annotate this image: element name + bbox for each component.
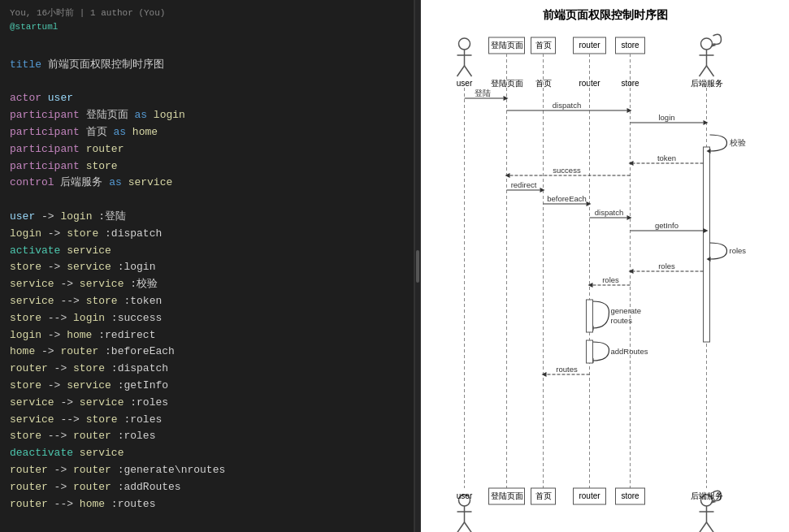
svg-line-4 (465, 66, 472, 76)
svg-marker-67 (588, 283, 593, 288)
svg-text:后端服务: 后端服务 (691, 491, 723, 500)
svg-line-83 (465, 522, 472, 532)
sequence-diagram: user 登陆页面 登陆页面 首页 首页 router router store… (425, 29, 785, 532)
code-line (10, 513, 404, 530)
svg-marker-36 (627, 108, 632, 113)
svg-marker-64 (629, 269, 634, 274)
svg-text:success: success (553, 166, 581, 175)
svg-text:登陆页面: 登陆页面 (491, 41, 523, 50)
svg-text:首页: 首页 (535, 41, 552, 50)
code-line: deactivate service (10, 445, 404, 462)
svg-text:登陆: 登陆 (475, 89, 491, 97)
svg-text:getInfo: getInfo (655, 221, 678, 230)
code-line: participant store (10, 158, 404, 175)
code-line: user -> login :登陆 (10, 209, 404, 226)
svg-text:routes: routes (611, 316, 633, 325)
svg-text:登陆页面: 登陆页面 (491, 491, 523, 500)
code-editor[interactable]: You, 16小时前 | 1 author (You) @startuml ti… (0, 0, 414, 532)
svg-text:user: user (457, 491, 473, 500)
diagram-container: 前端页面权限控制时序图 user 登陆页面 登陆页面 首页 首页 router … (421, 0, 789, 532)
code-line: control 后端服务 as service (10, 175, 404, 192)
svg-text:routes: routes (556, 365, 578, 374)
startuml-link[interactable]: @startuml (10, 22, 404, 32)
svg-text:roles: roles (658, 262, 675, 270)
code-line: participant router (10, 141, 404, 158)
svg-marker-53 (587, 201, 592, 206)
divider-handle (416, 250, 419, 283)
svg-point-18 (701, 38, 713, 50)
svg-text:generate: generate (611, 306, 642, 315)
svg-text:token: token (657, 154, 676, 162)
svg-line-97 (707, 522, 714, 532)
svg-marker-47 (505, 173, 510, 178)
svg-text:redirect: redirect (511, 180, 537, 189)
svg-text:store: store (621, 41, 639, 50)
svg-text:校验: 校验 (729, 138, 746, 147)
code-line: router -> store :dispatch (10, 361, 404, 378)
code-line: store -> service :getInfo (10, 378, 404, 395)
svg-text:addRoutes: addRoutes (611, 347, 648, 356)
code-line (10, 192, 404, 209)
svg-text:router: router (579, 491, 600, 500)
panel-divider[interactable] (414, 0, 421, 532)
svg-text:login: login (658, 113, 674, 122)
code-line: service --> store :roles (10, 412, 404, 429)
svg-line-3 (457, 66, 465, 76)
code-line: activate service (10, 243, 404, 260)
code-line: actor user (10, 90, 404, 107)
code-line: service --> store :token (10, 293, 404, 310)
code-line: store --> login :success (10, 310, 404, 327)
code-line: service -> service :校验 (10, 276, 404, 293)
svg-text:roles: roles (602, 275, 619, 284)
author-info: You, 16小时前 | 1 author (You) (10, 6, 404, 19)
svg-text:roles: roles (730, 246, 747, 255)
code-line (10, 74, 404, 91)
code-line: participant 登陆页面 as login (10, 107, 404, 124)
svg-line-22 (707, 66, 714, 76)
svg-line-82 (457, 522, 465, 532)
diagram-panel: 前端页面权限控制时序图 user 登陆页面 登陆页面 首页 首页 router … (421, 0, 789, 532)
code-line: router -> router :generate\nroutes (10, 462, 404, 479)
svg-text:dispatch: dispatch (553, 101, 581, 110)
svg-marker-56 (627, 215, 632, 220)
code-line: participant 首页 as home (10, 124, 404, 141)
svg-rect-75 (587, 340, 593, 363)
svg-marker-33 (504, 96, 509, 101)
code-line: store --> router :roles (10, 428, 404, 445)
svg-rect-31 (704, 147, 710, 342)
code-line: login -> store :dispatch (10, 226, 404, 243)
svg-line-21 (700, 66, 707, 76)
code-line: router -> router :addRoutes (10, 479, 404, 496)
svg-text:dispatch: dispatch (595, 208, 623, 217)
code-line (10, 40, 404, 57)
svg-text:user: user (457, 79, 473, 88)
diagram-title: 前端页面权限控制时序图 (425, 8, 785, 23)
svg-text:router: router (579, 41, 600, 50)
code-line: title 前端页面权限控制时序图 (10, 57, 404, 74)
svg-marker-44 (629, 161, 634, 166)
svg-marker-39 (704, 120, 709, 125)
svg-line-96 (700, 522, 707, 532)
code-line: home -> router :beforeEach (10, 344, 404, 361)
svg-text:beforeEach: beforeEach (547, 194, 587, 203)
svg-text:首页: 首页 (535, 491, 552, 500)
svg-rect-72 (587, 300, 593, 332)
code-line: service -> service :roles (10, 395, 404, 412)
svg-marker-77 (542, 372, 547, 377)
svg-text:store: store (621, 491, 639, 500)
code-lines: title 前端页面权限控制时序图 actor user participant… (10, 40, 404, 532)
svg-point-0 (459, 38, 470, 50)
code-line: login -> home :redirect (10, 327, 404, 344)
code-line: router --> home :routes (10, 496, 404, 513)
svg-marker-50 (540, 188, 545, 192)
code-line: store -> service :login (10, 259, 404, 276)
